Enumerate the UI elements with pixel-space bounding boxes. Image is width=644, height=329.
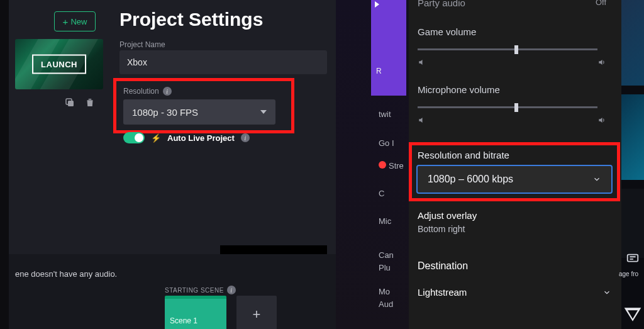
svg-rect-0	[68, 101, 74, 106]
slider-thumb[interactable]	[514, 45, 518, 54]
duplicate-icon[interactable]	[64, 97, 75, 108]
project-thumbnail[interactable]: LAUNCH	[15, 39, 103, 89]
mic-volume-slider[interactable]	[418, 106, 597, 108]
broadcast-settings-panel: Party audio Off Game volume Microphone v…	[409, 0, 621, 329]
project-name-label: Project Name	[119, 40, 165, 49]
lightstream-row[interactable]: Lightstream	[418, 287, 611, 298]
resolution-label-text: Resolution	[123, 87, 159, 96]
volume-low-icon	[418, 116, 426, 127]
res-bitrate-label: Resolution and bitrate	[418, 150, 509, 160]
game-tile[interactable]	[621, 0, 644, 86]
volume-high-icon	[597, 116, 606, 127]
game-tile[interactable]	[621, 94, 644, 180]
svg-rect-2	[628, 255, 638, 262]
right-edge-strip: age fro	[621, 0, 644, 329]
lightstream-label: Lightstream	[418, 287, 467, 298]
info-icon[interactable]: i	[241, 133, 250, 142]
center-item: Mo	[379, 287, 390, 296]
center-cropped-panel: twit Go I Stre C Mic Can Plu Mo Aud	[336, 0, 409, 329]
center-item: C	[379, 189, 384, 198]
destination-label[interactable]: Destination	[418, 260, 468, 272]
chevron-down-icon	[592, 175, 601, 184]
res-bitrate-value: 1080p – 6000 kbps	[428, 174, 513, 185]
game-volume-block: Game volume	[418, 26, 606, 69]
scene-card[interactable]: Scene 1	[165, 296, 226, 329]
mic-volume-label: Microphone volume	[418, 84, 606, 95]
project-name-input[interactable]	[119, 50, 327, 74]
info-icon[interactable]: i	[227, 286, 236, 294]
adjust-overlay-value: Bottom right	[418, 224, 465, 234]
adjust-overlay-label[interactable]: Adjust overlay	[418, 210, 477, 221]
page-title: Project Settings	[119, 9, 263, 30]
game-volume-label: Game volume	[418, 26, 606, 37]
resolution-value: 1080p - 30 FPS	[132, 107, 198, 118]
chevron-down-icon	[602, 288, 611, 297]
chevron-down-icon	[260, 110, 267, 114]
auto-live-toggle[interactable]	[123, 132, 145, 143]
watermark-logo-icon	[623, 304, 643, 325]
new-project-button[interactable]: + New	[54, 11, 96, 31]
game-volume-slider[interactable]	[418, 48, 597, 50]
party-audio-label: Party audio	[418, 0, 465, 8]
new-label: New	[70, 17, 87, 26]
center-item: Stre	[389, 161, 404, 170]
add-scene-button[interactable]: +	[236, 296, 277, 329]
live-dot-icon	[379, 161, 386, 169]
resolution-select[interactable]: 1080p - 30 FPS	[123, 99, 275, 125]
party-audio-value: Off	[596, 0, 606, 7]
volume-high-icon	[597, 58, 606, 69]
res-bitrate-select[interactable]: 1080p – 6000 kbps	[416, 165, 613, 194]
plus-icon: +	[63, 17, 69, 26]
cropped-text: age fro	[619, 270, 638, 277]
resolution-label: Resolution i	[123, 87, 172, 96]
center-item: Mic	[379, 216, 391, 226]
launch-button[interactable]: LAUNCH	[32, 55, 86, 74]
slider-thumb[interactable]	[514, 103, 518, 112]
volume-low-icon	[418, 58, 426, 69]
no-audio-message: ene doesn't have any audio.	[15, 269, 117, 279]
center-item: Plu	[379, 263, 391, 272]
center-item: Go I	[379, 138, 394, 148]
bolt-icon: ⚡	[151, 133, 161, 143]
game-tile[interactable]	[621, 189, 644, 258]
scenes-area: STARTING SCENE i Scene 1 +	[164, 254, 340, 329]
trash-icon[interactable]	[84, 97, 96, 108]
mic-volume-block: Microphone volume	[418, 84, 606, 127]
project-settings-panel: + New LAUNCH Project Settings Project Na…	[9, 0, 336, 329]
chat-icon[interactable]	[624, 252, 641, 265]
center-item: Can	[379, 250, 394, 260]
starting-scene-label: STARTING SCENE i	[165, 286, 236, 294]
info-icon[interactable]: i	[163, 87, 172, 96]
center-item: twit	[379, 109, 391, 119]
starting-scene-text: STARTING SCENE	[165, 287, 224, 294]
center-item: Aud	[379, 299, 393, 309]
auto-live-label: Auto Live Project	[167, 133, 235, 143]
purple-sidebar	[371, 0, 406, 96]
